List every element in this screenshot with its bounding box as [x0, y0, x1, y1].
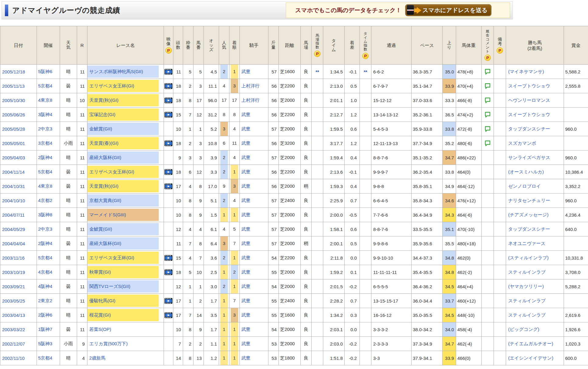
date-link[interactable]: 2002/12/07 [2, 341, 25, 346]
date-link[interactable]: 2004/04/04 [2, 241, 25, 246]
jockey-link[interactable]: 武豊 [241, 327, 250, 332]
venue-link[interactable]: 2東京2 [38, 298, 52, 303]
jockey-link[interactable]: 武豊 [241, 255, 250, 260]
venue-link[interactable]: 4京都2 [38, 198, 52, 203]
jockey-link[interactable]: 武豊 [241, 355, 250, 360]
comment-icon[interactable] [484, 83, 491, 89]
winner-link[interactable]: (エイシンイイデサン) [508, 355, 553, 360]
date-link[interactable]: 2004/05/29 [2, 227, 25, 232]
date-link[interactable]: 2004/10/31 [2, 184, 25, 189]
race-link[interactable]: 秋華賞(GI) [89, 269, 111, 275]
winner-link[interactable]: スイープトウショウ [508, 112, 550, 117]
date-link[interactable]: 2003/11/16 [2, 255, 25, 261]
winner-link[interactable]: (スティルインラブ) [508, 255, 549, 260]
date-link[interactable]: 2005/06/26 [2, 112, 25, 117]
race-link[interactable]: エリザベス女王杯(GI) [89, 255, 134, 261]
winner-link[interactable]: ネオユニヴァース [508, 241, 545, 246]
jockey-link[interactable]: 武豊 [241, 155, 250, 160]
winner-link[interactable]: (オースミハルカ) [508, 169, 544, 174]
winner-link[interactable]: タップダンスシチー [508, 226, 550, 232]
date-link[interactable]: 2003/09/21 [2, 284, 25, 289]
race-link[interactable]: 宝塚記念(GI) [89, 112, 115, 118]
date-link[interactable]: 2003/10/19 [2, 270, 25, 275]
video-icon[interactable] [165, 112, 172, 118]
video-icon[interactable] [165, 183, 172, 189]
venue-link[interactable]: 2阪神6 [38, 312, 52, 318]
video-icon[interactable] [165, 169, 172, 175]
jockey-link[interactable]: 武豊 [241, 212, 250, 217]
winner-link[interactable]: (ヤマカツリリー) [508, 284, 544, 289]
winner-link[interactable]: (ビッグコング) [508, 327, 539, 332]
comment-icon[interactable] [484, 97, 491, 104]
venue-link[interactable]: 3京都4 [38, 140, 52, 146]
jockey-link[interactable]: 武豊 [241, 226, 250, 232]
date-link[interactable]: 2003/04/13 [2, 313, 25, 318]
race-link[interactable]: マーメイドS(GIII) [89, 212, 126, 218]
race-link[interactable]: エリザベス女王杯(GI) [89, 83, 134, 89]
winner-link[interactable]: スズカマンボ [508, 140, 536, 146]
date-link[interactable]: 2002/11/10 [2, 356, 25, 361]
date-link[interactable]: 2003/03/22 [2, 327, 25, 332]
date-link[interactable]: 2005/10/30 [2, 98, 25, 103]
date-link[interactable]: 2004/11/14 [2, 169, 25, 175]
race-link[interactable]: 桜花賞(GI) [89, 312, 111, 318]
date-link[interactable]: 2004/07/11 [2, 212, 25, 218]
race-link[interactable]: サンスポ杯阪神牝馬S(GII) [89, 69, 143, 75]
winner-link[interactable]: スイープトウショウ [508, 83, 550, 88]
premium-icon[interactable]: P [362, 53, 369, 59]
venue-link[interactable]: 1阪神7 [38, 327, 52, 332]
race-link[interactable]: 産経大阪杯(GII) [89, 155, 121, 161]
race-link[interactable]: 優駿牝馬(GI) [89, 298, 115, 304]
jockey-link[interactable]: 武豊 [241, 198, 250, 203]
video-icon[interactable] [165, 269, 172, 275]
winner-link[interactable]: スティルインラブ [508, 312, 546, 318]
winner-link[interactable]: ナリタセンチュリー [508, 198, 550, 203]
jockey-link[interactable]: 武豊 [241, 298, 250, 303]
venue-link[interactable]: 2阪神4 [38, 241, 52, 246]
video-icon[interactable] [165, 98, 172, 103]
race-link[interactable]: エリザベス女王杯(GI) [89, 169, 134, 175]
jockey-link[interactable]: 上村洋行 [241, 83, 260, 88]
venue-link[interactable]: 2中京3 [38, 126, 52, 131]
race-link[interactable]: 産経大阪杯(GII) [89, 241, 121, 247]
send-to-phone-button[interactable]: スマホにアドレスを送る [405, 4, 491, 16]
date-link[interactable]: 2005/12/18 [2, 69, 25, 74]
race-link[interactable]: 2歳新馬 [89, 355, 105, 361]
jockey-link[interactable]: 武豊 [241, 284, 250, 289]
date-link[interactable]: 2005/11/13 [2, 83, 25, 89]
video-icon[interactable] [165, 298, 172, 304]
winner-link[interactable]: ゼンノロブロイ [508, 183, 541, 189]
video-icon[interactable] [165, 69, 172, 75]
venue-link[interactable]: 5阪神6 [38, 69, 52, 74]
venue-link[interactable]: 3阪神4 [38, 112, 52, 117]
race-link[interactable]: 関西TVローズS(GII) [89, 284, 130, 289]
venue-link[interactable]: 2中京3 [38, 226, 52, 232]
venue-link[interactable]: 2阪神4 [38, 155, 52, 160]
premium-icon[interactable]: P [314, 51, 321, 57]
winner-link[interactable]: ヘヴンリーロマンス [508, 98, 550, 103]
venue-link[interactable]: 5阪神3 [38, 341, 52, 346]
comment-icon[interactable] [484, 69, 491, 75]
venue-link[interactable]: 3阪神8 [38, 212, 52, 217]
race-link[interactable]: 天皇賞(秋)(GI) [89, 98, 119, 103]
race-link[interactable]: エリカ賞(500万下) [89, 341, 128, 347]
date-link[interactable]: 2005/05/28 [2, 126, 25, 132]
winner-link[interactable]: (チアズメッセージ) [508, 212, 548, 217]
race-link[interactable]: 京都大賞典(GII) [89, 198, 121, 204]
venue-link[interactable]: 5京都4 [38, 83, 52, 88]
race-link[interactable]: 若葉S(OP) [89, 327, 111, 332]
venue-link[interactable]: 4東京8 [38, 98, 52, 103]
winner-link[interactable]: タップダンスシチー [508, 126, 550, 131]
jockey-link[interactable]: 武豊 [241, 112, 250, 117]
video-icon[interactable] [165, 140, 172, 146]
winner-link[interactable]: (マイネサマンサ) [508, 69, 544, 74]
jockey-link[interactable]: 武豊 [241, 312, 250, 318]
video-icon[interactable] [165, 312, 172, 318]
winner-link[interactable]: スティルインラブ [508, 269, 546, 275]
venue-link[interactable]: 5京都4 [38, 355, 52, 360]
jockey-link[interactable]: 武豊 [241, 169, 250, 174]
venue-link[interactable]: 4京都4 [38, 269, 52, 275]
venue-link[interactable]: 5京都4 [38, 255, 52, 260]
premium-icon[interactable]: P [165, 47, 172, 54]
venue-link[interactable]: 4阪神4 [38, 284, 52, 289]
